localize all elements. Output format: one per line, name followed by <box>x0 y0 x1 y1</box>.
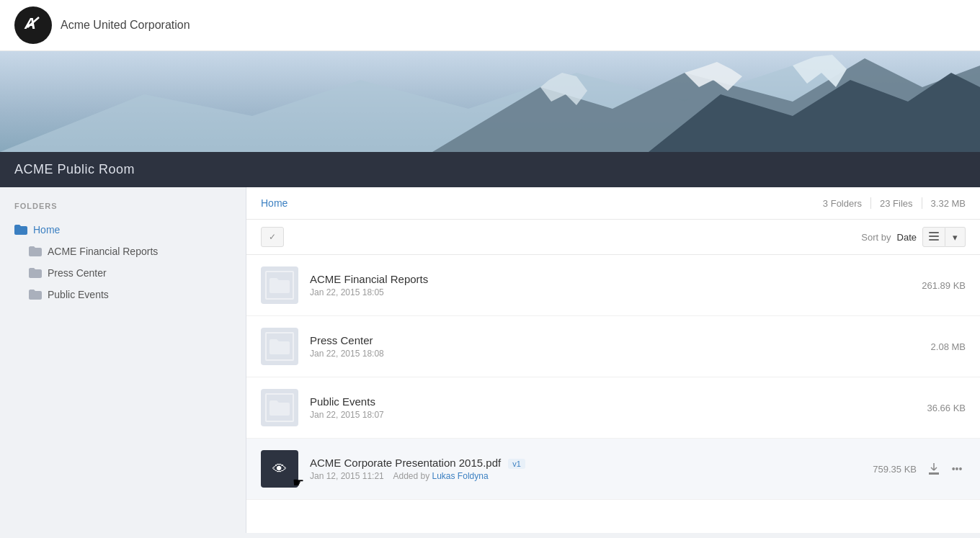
folder-thumbnail <box>261 389 298 426</box>
section-title: ACME Public Room <box>14 162 135 176</box>
sort-dropdown-button[interactable]: ▾ <box>945 227 966 247</box>
folder-thumbnail <box>261 266 298 304</box>
sidebar-sub: ACME Financial Reports Press Center <box>0 241 246 305</box>
sidebar-item-home-label: Home <box>33 224 60 236</box>
cursor-icon: ☛ <box>293 475 304 490</box>
file-added: Jan 12, 2015 11:21 Added by Lukas Foldyn… <box>310 471 858 481</box>
sidebar: FOLDERS Home ACME Financial Reports <box>0 187 246 533</box>
file-info: Press Center Jan 22, 2015 18:08 <box>310 334 917 359</box>
folder-icon-financial <box>29 246 42 256</box>
file-item[interactable]: Press Center Jan 22, 2015 18:08 2.08 MB <box>246 316 980 377</box>
breadcrumb-meta: 3 Folders 23 Files 3.32 MB <box>823 197 966 209</box>
hero-banner <box>0 51 980 152</box>
svg-rect-11 <box>929 239 939 241</box>
svg-rect-10 <box>929 236 939 237</box>
sidebar-item-financial-label: ACME Financial Reports <box>48 246 158 257</box>
breadcrumb-bar: Home 3 Folders 23 Files 3.32 MB <box>246 187 980 220</box>
meta-divider-2 <box>922 197 922 209</box>
file-size: 261.89 KB <box>922 280 966 291</box>
breadcrumb[interactable]: Home <box>261 197 288 209</box>
folder-thumbnail <box>261 328 298 365</box>
file-thumbnail: 👁 ☛ <box>261 450 298 488</box>
file-name: Press Center <box>310 334 917 346</box>
header: A Acme United Corporation <box>0 0 980 51</box>
svg-text:A: A <box>24 14 36 32</box>
svg-rect-9 <box>929 232 939 233</box>
sidebar-item-public-events[interactable]: Public Events <box>14 284 246 305</box>
file-info: ACME Financial Reports Jan 22, 2015 18:0… <box>310 273 907 297</box>
more-options-button[interactable]: ••• <box>948 460 966 478</box>
folder-open-icon <box>14 225 27 235</box>
total-size: 3.32 MB <box>931 198 966 209</box>
eye-icon: 👁 <box>272 461 287 478</box>
sort-label: Sort by <box>861 232 891 243</box>
file-size: 759.35 KB <box>873 464 917 475</box>
file-info: Public Events Jan 22, 2015 18:07 <box>310 395 913 420</box>
list-icon <box>929 232 939 243</box>
check-icon: ✓ <box>269 232 276 242</box>
section-bar: ACME Public Room <box>0 152 980 187</box>
logo: A <box>14 6 52 44</box>
sort-value[interactable]: Date <box>897 232 917 243</box>
sidebar-item-press-center[interactable]: Press Center <box>14 262 246 284</box>
folders-count: 3 Folders <box>823 198 862 209</box>
file-size: 2.08 MB <box>931 341 966 352</box>
file-name: ACME Financial Reports <box>310 273 907 285</box>
sort-area: Sort by Date ▾ <box>861 227 966 247</box>
ellipsis-icon: ••• <box>952 463 963 475</box>
file-item[interactable]: Public Events Jan 22, 2015 18:07 36.66 K… <box>246 377 980 439</box>
sidebar-item-home[interactable]: Home <box>0 219 246 241</box>
file-info: ACME Corporate Presentation 2015.pdf v1 … <box>310 457 858 481</box>
sidebar-item-press-label: Press Center <box>48 267 107 279</box>
added-by-link[interactable]: Lukas Foldyna <box>432 471 489 481</box>
sidebar-item-acme-financial-reports[interactable]: ACME Financial Reports <box>14 241 246 262</box>
file-actions: ••• <box>925 460 966 478</box>
sidebar-item-events-label: Public Events <box>48 289 109 300</box>
main-layout: FOLDERS Home ACME Financial Reports <box>0 187 980 533</box>
chevron-down-icon: ▾ <box>953 232 958 243</box>
meta-divider-1 <box>870 197 871 209</box>
folder-icon-press <box>29 268 42 278</box>
company-name: Acme United Corporation <box>61 19 190 32</box>
file-date: Jan 22, 2015 18:05 <box>310 287 907 297</box>
download-button[interactable] <box>925 460 943 478</box>
logo-letter: A <box>22 12 45 39</box>
toolbar-row: ✓ Sort by Date <box>246 220 980 255</box>
sidebar-label: FOLDERS <box>0 202 246 219</box>
list-view-button[interactable] <box>922 227 945 247</box>
folder-icon-events <box>29 290 42 300</box>
file-name: Public Events <box>310 395 913 408</box>
file-date: Jan 22, 2015 18:08 <box>310 349 917 359</box>
file-name: ACME Corporate Presentation 2015.pdf v1 <box>310 457 858 469</box>
select-all-button[interactable]: ✓ <box>261 227 284 247</box>
file-date: Jan 22, 2015 18:07 <box>310 410 913 420</box>
files-count: 23 Files <box>880 198 913 209</box>
content-area: Home 3 Folders 23 Files 3.32 MB ✓ Sort b… <box>246 187 980 533</box>
version-badge: v1 <box>508 459 525 469</box>
file-size: 36.66 KB <box>927 403 966 413</box>
file-item[interactable]: 👁 ☛ ACME Corporate Presentation 2015.pdf… <box>246 439 980 500</box>
file-item[interactable]: ACME Financial Reports Jan 22, 2015 18:0… <box>246 255 980 316</box>
